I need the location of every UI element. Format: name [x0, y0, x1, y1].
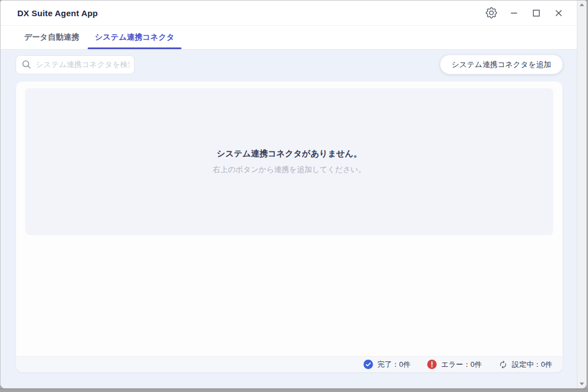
tab-label: データ自動連携 — [24, 32, 79, 42]
tab-label: システム連携コネクタ — [95, 32, 175, 42]
toolbar: システム連携コネクタを追加 — [16, 55, 563, 74]
search-icon — [22, 60, 31, 69]
status-error-label: エラー：0件 — [441, 360, 482, 370]
status-error: エラー：0件 — [427, 360, 482, 370]
main-area: システム連携コネクタを追加 システム連携コネクタがありません。 右上のボタンから… — [1, 50, 577, 388]
minimize-icon — [510, 9, 518, 17]
search-box — [16, 55, 135, 74]
scrollbar-up-arrow[interactable] — [580, 3, 584, 6]
empty-state-title: システム連携コネクタがありません。 — [217, 149, 362, 159]
maximize-button[interactable] — [528, 4, 544, 21]
status-complete: 完了：0件 — [364, 360, 410, 370]
tab-system-connector[interactable]: システム連携コネクタ — [87, 26, 183, 49]
tab-bar: データ自動連携 システム連携コネクタ — [1, 26, 577, 50]
window-scrollbar[interactable] — [577, 1, 586, 388]
empty-state-subtitle: 右上のボタンから連携を追加してください。 — [213, 165, 366, 175]
connector-list-panel: システム連携コネクタがありません。 右上のボタンから連携を追加してください。 完… — [16, 81, 563, 372]
app-window: DX Suite Agent App — [0, 0, 587, 389]
minimize-button[interactable] — [505, 4, 522, 21]
check-circle-icon — [364, 360, 373, 369]
status-bar: 完了：0件 エラー：0件 設定中：0件 — [16, 356, 562, 372]
maximize-icon — [533, 9, 540, 17]
window-controls — [483, 4, 567, 21]
error-circle-icon — [427, 360, 437, 369]
settings-button[interactable] — [483, 4, 500, 21]
tab-data-auto-link[interactable]: データ自動連携 — [16, 26, 87, 49]
desktop-background-strip — [0, 389, 588, 392]
close-button[interactable] — [550, 4, 567, 21]
app-title: DX Suite Agent App — [17, 8, 98, 18]
app-content: DX Suite Agent App — [1, 1, 577, 388]
status-complete-label: 完了：0件 — [377, 360, 410, 370]
search-input[interactable] — [31, 60, 134, 69]
sync-icon — [499, 360, 508, 369]
gear-icon — [486, 7, 497, 18]
empty-state-panel: システム連携コネクタがありません。 右上のボタンから連携を追加してください。 — [25, 88, 553, 235]
status-configuring: 設定中：0件 — [499, 360, 552, 370]
title-bar: DX Suite Agent App — [1, 1, 577, 26]
status-configuring-label: 設定中：0件 — [512, 360, 552, 370]
add-connector-button[interactable]: システム連携コネクタを追加 — [440, 55, 563, 74]
close-icon — [555, 9, 562, 17]
scrollbar-down-arrow[interactable] — [580, 383, 584, 385]
card-spacer — [16, 235, 562, 356]
